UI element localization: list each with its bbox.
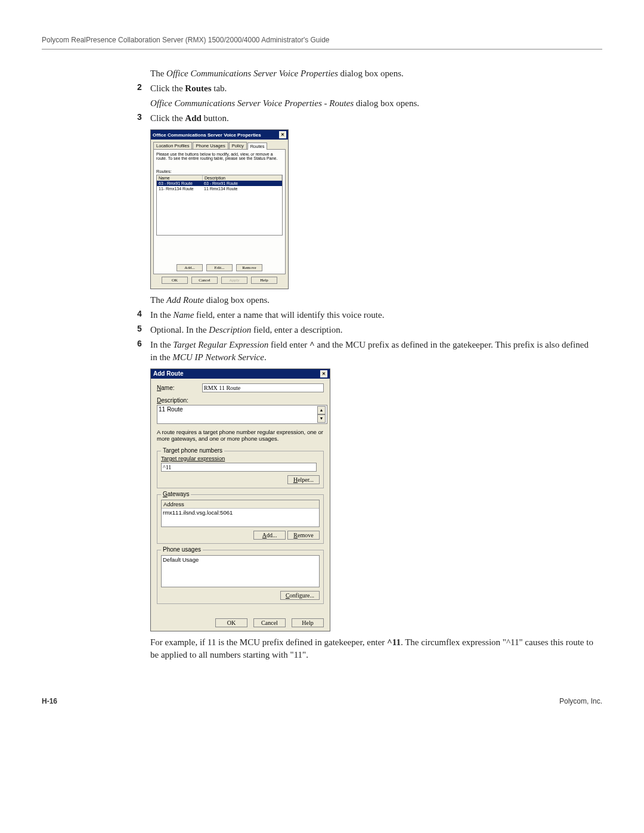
step-2b-text: Office Communications Server Voice Prope… — [150, 97, 596, 110]
dialog2-note: A route requires a target phone number r… — [157, 429, 324, 442]
add-route-dialog: Add Route ✕ Name: Description: 11 Route … — [150, 368, 330, 631]
help-button[interactable]: Help — [292, 618, 324, 627]
scroll-up-icon[interactable]: ▲ — [317, 406, 326, 414]
cancel-button[interactable]: Cancel — [191, 277, 218, 284]
step-6-text: In the Target Regular Expression field e… — [150, 339, 596, 364]
intro-text: The Office Communications Server Voice P… — [150, 67, 596, 80]
name-label: Name: — [157, 385, 197, 391]
helper-button[interactable]: Helper... — [287, 475, 320, 484]
configure-button[interactable]: Configure... — [280, 591, 320, 600]
gw-col-address: Address — [162, 500, 319, 509]
edit-button[interactable]: Edit... — [206, 264, 233, 271]
step-5-num: 5 — [137, 324, 150, 336]
doc-header: Polycom RealPresence Collaboration Serve… — [42, 36, 602, 44]
help-button[interactable]: Help — [251, 277, 277, 284]
ok-button[interactable]: OK — [162, 277, 188, 284]
header-rule — [42, 49, 602, 49]
gateways-fs-label: Gateways — [161, 491, 191, 497]
gateways-list[interactable]: Address rmx111.ilsnd.vsg.local:5061 — [161, 500, 320, 527]
name-field[interactable] — [202, 383, 324, 392]
step-6-num: 6 — [137, 339, 150, 364]
voice-properties-dialog: Office Communications Server Voice Prope… — [150, 129, 289, 289]
after-d2-text: For example, if 11 is the MCU prefix def… — [150, 636, 596, 661]
step-4-num: 4 — [137, 309, 150, 321]
dialog1-instr: Please use the buttons below to modify, … — [156, 152, 283, 160]
phone-usages-list[interactable]: Default Usage — [161, 555, 320, 587]
tab-location-profiles[interactable]: Location Profiles — [153, 142, 192, 149]
close-icon[interactable]: ✕ — [320, 370, 327, 377]
routes-label: Routes: — [156, 169, 283, 174]
step-2-num: 2 — [137, 82, 150, 95]
add-button[interactable]: Add... — [177, 264, 203, 271]
list-item[interactable]: Default Usage — [163, 556, 318, 563]
apply-button[interactable]: Apply — [221, 277, 247, 284]
tab-routes[interactable]: Routes — [247, 143, 268, 150]
scroll-down-icon[interactable]: ▼ — [317, 414, 326, 423]
desc-label: Description: — [157, 397, 324, 404]
target-fs-label: Target phone numbers — [161, 447, 224, 454]
footer-company: Polycom, Inc. — [559, 697, 602, 705]
cancel-button[interactable]: Cancel — [253, 618, 286, 627]
step-4-text: In the Name field, enter a name that wil… — [150, 309, 596, 321]
gw-add-button[interactable]: Add... — [253, 531, 286, 540]
col-desc: Description — [203, 175, 282, 181]
ok-button[interactable]: OK — [215, 618, 247, 627]
remove-button[interactable]: Remove — [236, 264, 262, 271]
table-row[interactable]: 11- Rmx134 Route 11 Rmx134 Route — [157, 186, 282, 191]
step-3-text: Click the Add button. — [150, 112, 596, 125]
step-5-text: Optional. In the Description field, ente… — [150, 324, 596, 336]
target-sub-label: Target regular expression — [161, 455, 320, 462]
phone-usages-fs-label: Phone usages — [161, 546, 203, 553]
page-number: H-16 — [42, 697, 57, 705]
close-icon[interactable]: ✕ — [279, 131, 286, 138]
step-3-num: 3 — [137, 112, 150, 125]
col-name: Name — [157, 175, 203, 181]
target-regex-field[interactable] — [161, 463, 317, 472]
tab-policy[interactable]: Policy — [229, 142, 247, 149]
step-2-text: Click the Routes tab. — [150, 82, 596, 95]
dialog1-titlebar[interactable]: Office Communications Server Voice Prope… — [151, 130, 288, 140]
list-item[interactable]: rmx111.ilsnd.vsg.local:5061 — [163, 509, 318, 516]
gw-remove-button[interactable]: Remove — [287, 531, 320, 540]
table-row[interactable]: 63 - Rmx91 Route 63 - Rmx91 Route — [157, 181, 282, 186]
tab-phone-usages[interactable]: Phone Usages — [193, 142, 228, 149]
dialog2-titlebar[interactable]: Add Route ✕ — [151, 369, 330, 379]
after-d1-text: The Add Route dialog box opens. — [150, 294, 596, 306]
routes-table[interactable]: Name Description 63 - Rmx91 Route 63 - R… — [156, 175, 283, 236]
desc-field[interactable]: 11 Route ▲ ▼ — [157, 405, 327, 424]
